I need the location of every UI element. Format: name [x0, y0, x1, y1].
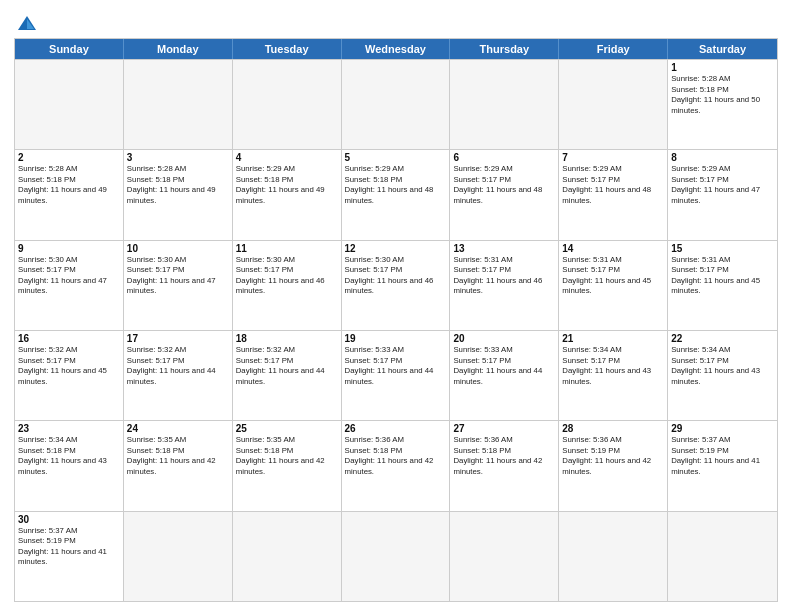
sunset-text: Sunset: 5:19 PM [671, 446, 729, 455]
day-info: Sunrise: 5:32 AMSunset: 5:17 PMDaylight:… [127, 345, 229, 387]
day-info: Sunrise: 5:28 AMSunset: 5:18 PMDaylight:… [18, 164, 120, 206]
daylight-text: Daylight: 11 hours and 48 minutes. [562, 185, 651, 205]
sunrise-text: Sunrise: 5:34 AM [671, 345, 730, 354]
sunrise-text: Sunrise: 5:29 AM [453, 164, 512, 173]
sunrise-text: Sunrise: 5:33 AM [453, 345, 512, 354]
day-cell-30: 30Sunrise: 5:37 AMSunset: 5:19 PMDayligh… [15, 512, 124, 601]
daylight-text: Daylight: 11 hours and 43 minutes. [562, 366, 651, 386]
day-info: Sunrise: 5:29 AMSunset: 5:18 PMDaylight:… [345, 164, 447, 206]
sunrise-text: Sunrise: 5:29 AM [671, 164, 730, 173]
day-info: Sunrise: 5:28 AMSunset: 5:18 PMDaylight:… [671, 74, 774, 116]
header-day-thursday: Thursday [450, 39, 559, 59]
sunset-text: Sunset: 5:18 PM [18, 175, 76, 184]
day-number: 21 [562, 333, 664, 344]
sunset-text: Sunset: 5:17 PM [18, 265, 76, 274]
empty-cell [559, 60, 668, 149]
day-number: 28 [562, 423, 664, 434]
day-number: 30 [18, 514, 120, 525]
daylight-text: Daylight: 11 hours and 44 minutes. [453, 366, 542, 386]
day-number: 13 [453, 243, 555, 254]
day-cell-8: 8Sunrise: 5:29 AMSunset: 5:17 PMDaylight… [668, 150, 777, 239]
day-number: 6 [453, 152, 555, 163]
sunset-text: Sunset: 5:17 PM [453, 356, 511, 365]
sunrise-text: Sunrise: 5:34 AM [562, 345, 621, 354]
logo [14, 14, 38, 32]
day-cell-9: 9Sunrise: 5:30 AMSunset: 5:17 PMDaylight… [15, 241, 124, 330]
empty-cell [450, 512, 559, 601]
calendar-row-2: 9Sunrise: 5:30 AMSunset: 5:17 PMDaylight… [15, 240, 777, 330]
sunset-text: Sunset: 5:17 PM [562, 175, 620, 184]
daylight-text: Daylight: 11 hours and 45 minutes. [18, 366, 107, 386]
day-info: Sunrise: 5:36 AMSunset: 5:18 PMDaylight:… [345, 435, 447, 477]
empty-cell [233, 512, 342, 601]
sunrise-text: Sunrise: 5:31 AM [671, 255, 730, 264]
daylight-text: Daylight: 11 hours and 42 minutes. [453, 456, 542, 476]
day-cell-7: 7Sunrise: 5:29 AMSunset: 5:17 PMDaylight… [559, 150, 668, 239]
day-info: Sunrise: 5:30 AMSunset: 5:17 PMDaylight:… [345, 255, 447, 297]
day-cell-16: 16Sunrise: 5:32 AMSunset: 5:17 PMDayligh… [15, 331, 124, 420]
daylight-text: Daylight: 11 hours and 46 minutes. [453, 276, 542, 296]
day-number: 29 [671, 423, 774, 434]
day-cell-2: 2Sunrise: 5:28 AMSunset: 5:18 PMDaylight… [15, 150, 124, 239]
header-day-friday: Friday [559, 39, 668, 59]
sunrise-text: Sunrise: 5:30 AM [127, 255, 186, 264]
daylight-text: Daylight: 11 hours and 48 minutes. [345, 185, 434, 205]
daylight-text: Daylight: 11 hours and 44 minutes. [236, 366, 325, 386]
day-info: Sunrise: 5:28 AMSunset: 5:18 PMDaylight:… [127, 164, 229, 206]
page: SundayMondayTuesdayWednesdayThursdayFrid… [0, 0, 792, 612]
sunset-text: Sunset: 5:18 PM [127, 446, 185, 455]
sunset-text: Sunset: 5:17 PM [18, 356, 76, 365]
day-info: Sunrise: 5:30 AMSunset: 5:17 PMDaylight:… [236, 255, 338, 297]
sunrise-text: Sunrise: 5:37 AM [671, 435, 730, 444]
daylight-text: Daylight: 11 hours and 44 minutes. [127, 366, 216, 386]
day-number: 25 [236, 423, 338, 434]
day-cell-3: 3Sunrise: 5:28 AMSunset: 5:18 PMDaylight… [124, 150, 233, 239]
empty-cell [559, 512, 668, 601]
sunset-text: Sunset: 5:17 PM [127, 356, 185, 365]
day-number: 1 [671, 62, 774, 73]
sunset-text: Sunset: 5:17 PM [345, 356, 403, 365]
day-number: 26 [345, 423, 447, 434]
sunrise-text: Sunrise: 5:36 AM [453, 435, 512, 444]
daylight-text: Daylight: 11 hours and 46 minutes. [236, 276, 325, 296]
daylight-text: Daylight: 11 hours and 49 minutes. [236, 185, 325, 205]
day-cell-17: 17Sunrise: 5:32 AMSunset: 5:17 PMDayligh… [124, 331, 233, 420]
day-cell-15: 15Sunrise: 5:31 AMSunset: 5:17 PMDayligh… [668, 241, 777, 330]
day-cell-4: 4Sunrise: 5:29 AMSunset: 5:18 PMDaylight… [233, 150, 342, 239]
empty-cell [233, 60, 342, 149]
day-info: Sunrise: 5:36 AMSunset: 5:19 PMDaylight:… [562, 435, 664, 477]
day-number: 11 [236, 243, 338, 254]
day-number: 12 [345, 243, 447, 254]
sunset-text: Sunset: 5:17 PM [127, 265, 185, 274]
sunrise-text: Sunrise: 5:32 AM [127, 345, 186, 354]
header-day-wednesday: Wednesday [342, 39, 451, 59]
daylight-text: Daylight: 11 hours and 41 minutes. [18, 547, 107, 567]
day-cell-5: 5Sunrise: 5:29 AMSunset: 5:18 PMDaylight… [342, 150, 451, 239]
sunrise-text: Sunrise: 5:28 AM [18, 164, 77, 173]
day-number: 14 [562, 243, 664, 254]
day-number: 2 [18, 152, 120, 163]
calendar-header: SundayMondayTuesdayWednesdayThursdayFrid… [15, 39, 777, 59]
day-number: 24 [127, 423, 229, 434]
day-cell-6: 6Sunrise: 5:29 AMSunset: 5:17 PMDaylight… [450, 150, 559, 239]
calendar-row-4: 23Sunrise: 5:34 AMSunset: 5:18 PMDayligh… [15, 420, 777, 510]
calendar-body: 1Sunrise: 5:28 AMSunset: 5:18 PMDaylight… [15, 59, 777, 601]
sunrise-text: Sunrise: 5:35 AM [236, 435, 295, 444]
sunrise-text: Sunrise: 5:32 AM [236, 345, 295, 354]
day-number: 16 [18, 333, 120, 344]
calendar-row-0: 1Sunrise: 5:28 AMSunset: 5:18 PMDaylight… [15, 59, 777, 149]
day-number: 23 [18, 423, 120, 434]
empty-cell [668, 512, 777, 601]
sunset-text: Sunset: 5:18 PM [453, 446, 511, 455]
daylight-text: Daylight: 11 hours and 46 minutes. [345, 276, 434, 296]
sunrise-text: Sunrise: 5:31 AM [562, 255, 621, 264]
day-info: Sunrise: 5:37 AMSunset: 5:19 PMDaylight:… [671, 435, 774, 477]
day-info: Sunrise: 5:37 AMSunset: 5:19 PMDaylight:… [18, 526, 120, 568]
sunset-text: Sunset: 5:18 PM [236, 446, 294, 455]
sunset-text: Sunset: 5:18 PM [236, 175, 294, 184]
sunrise-text: Sunrise: 5:36 AM [562, 435, 621, 444]
daylight-text: Daylight: 11 hours and 47 minutes. [18, 276, 107, 296]
sunset-text: Sunset: 5:17 PM [671, 265, 729, 274]
day-info: Sunrise: 5:33 AMSunset: 5:17 PMDaylight:… [453, 345, 555, 387]
header [14, 10, 778, 32]
